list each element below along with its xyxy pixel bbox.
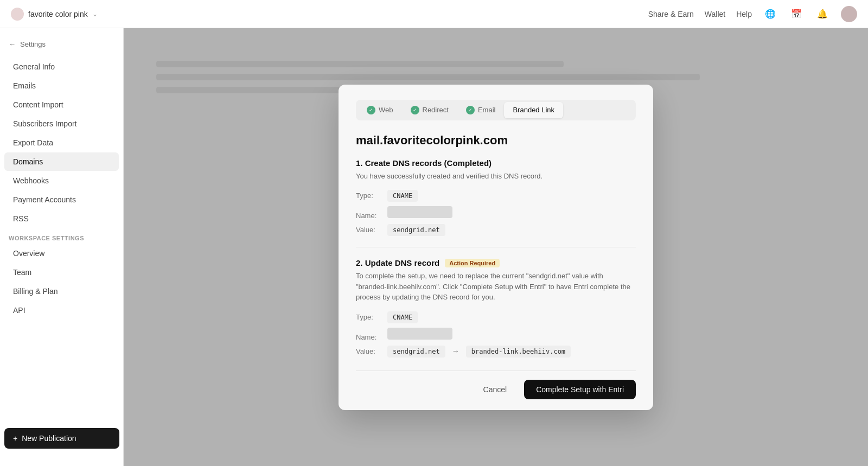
section2-type-value: CNAME — [387, 311, 418, 323]
section2-type-row: Type: CNAME — [356, 311, 636, 323]
email-check-icon: ✓ — [466, 106, 475, 114]
section2-value-row: Value: sendgrid.net → branded-link.beehi… — [356, 346, 636, 358]
complete-setup-button[interactable]: Complete Setup with Entri — [524, 380, 636, 399]
modal-footer: Cancel Complete Setup with Entri — [356, 371, 636, 399]
section1-description: You have successfully created and verifi… — [356, 171, 636, 182]
sidebar-item-webhooks[interactable]: Webhooks — [4, 171, 119, 190]
notification-icon[interactable]: 🔔 — [815, 7, 830, 22]
plus-icon: + — [13, 434, 17, 443]
top-nav-actions: Share & Earn Wallet Help 🌐 📅 🔔 — [648, 6, 857, 22]
sidebar-item-general-info[interactable]: General Info — [4, 58, 119, 76]
tab-web[interactable]: ✓ Web — [358, 102, 402, 118]
sidebar-item-api[interactable]: API — [4, 301, 119, 320]
section2-name-label: Name: — [356, 333, 383, 341]
section2-value-to: branded-link.beehiiv.com — [466, 346, 571, 358]
main-layout: ← Settings General Info Emails Content I… — [0, 28, 868, 466]
workspace-section-label: Workspace Settings — [0, 228, 123, 244]
modal-overlay: ✓ Web ✓ Redirect ✓ Email Branded Link — [124, 28, 868, 466]
section1-type-value: CNAME — [387, 190, 418, 202]
section1-title-text: 1. Create DNS records (Completed) — [356, 158, 492, 168]
sidebar-item-label: Content Import — [13, 100, 63, 109]
top-nav: favorite color pink ⌄ Share & Earn Walle… — [0, 0, 868, 28]
new-publication-label: New Publication — [22, 434, 76, 443]
brand-name: favorite color pink — [28, 10, 88, 18]
redirect-check-icon: ✓ — [411, 106, 419, 114]
section1-value-content: sendgrid.net — [387, 224, 445, 236]
sidebar-back-label: Settings — [20, 40, 46, 48]
share-earn-link[interactable]: Share & Earn — [648, 10, 694, 18]
section2-title-text: 2. Update DNS record — [356, 258, 439, 267]
section1-name-label: Name: — [356, 212, 383, 220]
sidebar-item-billing-plan[interactable]: Billing & Plan — [4, 282, 119, 301]
help-link[interactable]: Help — [736, 10, 752, 18]
sidebar-item-label: Domains — [13, 157, 43, 166]
section-divider — [356, 247, 636, 247]
web-check-icon: ✓ — [367, 106, 375, 114]
sidebar-item-label: Export Data — [13, 138, 53, 147]
sidebar-item-subscribers-import[interactable]: Subscribers Import — [4, 114, 119, 133]
tab-branded-link[interactable]: Branded Link — [504, 102, 563, 118]
sidebar-item-label: Payment Accounts — [13, 195, 76, 204]
section1-title: 1. Create DNS records (Completed) — [356, 158, 636, 168]
cancel-button[interactable]: Cancel — [473, 380, 518, 399]
avatar[interactable] — [841, 6, 857, 22]
section2-name-row: Name: — [356, 328, 636, 341]
modal-dialog: ✓ Web ✓ Redirect ✓ Email Branded Link — [339, 85, 653, 410]
calendar-icon[interactable]: 📅 — [789, 7, 804, 22]
sidebar-content: ← Settings General Info Emails Content I… — [0, 37, 123, 457]
sidebar-item-label: Webhooks — [13, 176, 49, 185]
section1-name-value — [387, 206, 452, 218]
modal-tabs: ✓ Web ✓ Redirect ✓ Email Branded Link — [356, 100, 636, 120]
content-area: ✓ Web ✓ Redirect ✓ Email Branded Link — [124, 28, 868, 466]
tab-redirect-label: Redirect — [423, 106, 449, 114]
sidebar-item-label: Billing & Plan — [13, 287, 58, 296]
tab-redirect[interactable]: ✓ Redirect — [402, 102, 457, 118]
wallet-link[interactable]: Wallet — [705, 10, 725, 18]
sidebar-item-label: Subscribers Import — [13, 119, 76, 128]
section2-type-label: Type: — [356, 313, 383, 321]
sidebar-item-payment-accounts[interactable]: Payment Accounts — [4, 190, 119, 209]
domain-title: mail.favoritecolorpink.com — [356, 133, 636, 148]
section2-value-from: sendgrid.net — [387, 346, 445, 358]
back-arrow-icon: ← — [9, 40, 16, 48]
sidebar-item-emails[interactable]: Emails — [4, 76, 119, 95]
tab-branded-link-label: Branded Link — [513, 106, 554, 114]
section2-name-value — [387, 328, 452, 340]
sidebar-item-label: API — [13, 306, 25, 315]
sidebar-item-label: RSS — [13, 214, 29, 223]
brand-icon — [11, 8, 24, 21]
section2-value-label: Value: — [356, 347, 383, 355]
brand-chevron-icon: ⌄ — [92, 10, 98, 18]
sidebar-item-label: General Info — [13, 62, 55, 71]
sidebar-back-button[interactable]: ← Settings — [0, 37, 123, 57]
sidebar-item-label: Emails — [13, 81, 36, 90]
sidebar-item-domains[interactable]: Domains — [4, 152, 119, 171]
section1-type-label: Type: — [356, 191, 383, 200]
arrow-right-icon: → — [452, 347, 459, 355]
section1-name-row: Name: — [356, 206, 636, 220]
sidebar-item-label: Team — [13, 268, 31, 277]
new-publication-button[interactable]: + New Publication — [4, 428, 119, 449]
sidebar-item-export-data[interactable]: Export Data — [4, 133, 119, 152]
sidebar: ← Settings General Info Emails Content I… — [0, 28, 124, 466]
sidebar-item-rss[interactable]: RSS — [4, 209, 119, 228]
sidebar-item-team[interactable]: Team — [4, 263, 119, 282]
section1-value-label: Value: — [356, 226, 383, 234]
section2-description: To complete the setup, we need to replac… — [356, 271, 636, 303]
section2-title: 2. Update DNS record Action Required — [356, 258, 636, 267]
action-required-badge: Action Required — [445, 259, 500, 267]
globe-icon[interactable]: 🌐 — [763, 7, 778, 22]
brand-area: favorite color pink ⌄ — [11, 8, 642, 21]
section1-value-row: Value: sendgrid.net — [356, 224, 636, 236]
tab-email[interactable]: ✓ Email — [457, 102, 505, 118]
section1-type-row: Type: CNAME — [356, 190, 636, 202]
sidebar-item-label: Overview — [13, 249, 44, 258]
sidebar-item-content-import[interactable]: Content Import — [4, 95, 119, 114]
tab-web-label: Web — [379, 106, 393, 114]
tab-email-label: Email — [478, 106, 496, 114]
sidebar-item-overview[interactable]: Overview — [4, 244, 119, 263]
